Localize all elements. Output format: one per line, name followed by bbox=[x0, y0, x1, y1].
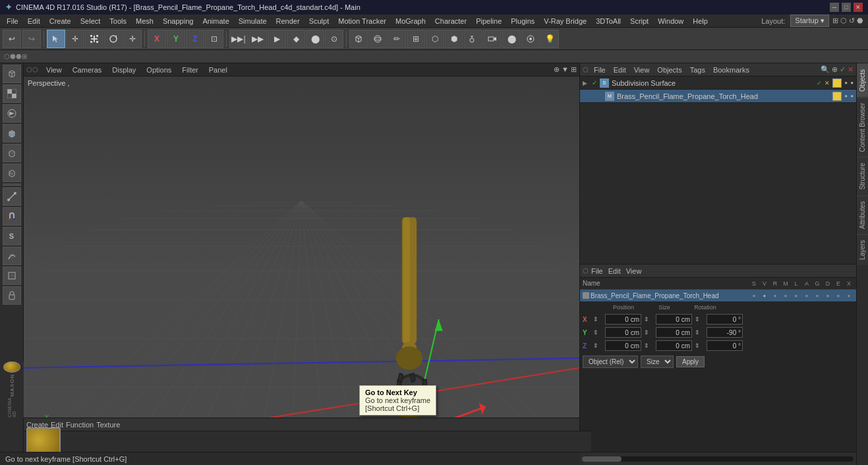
x-axis-button[interactable]: X bbox=[148, 30, 166, 48]
vp-menu-cameras[interactable]: Cameras bbox=[70, 65, 105, 75]
menu-motiontracker[interactable]: Motion Tracker bbox=[334, 16, 390, 26]
coord-x-rot[interactable] bbox=[707, 314, 743, 325]
right-tab-structure[interactable]: Structure bbox=[857, 157, 868, 195]
om-menu-file[interactable]: File bbox=[591, 267, 603, 275]
menu-window[interactable]: Window bbox=[654, 16, 687, 26]
obj-check-icon[interactable]: ✓ bbox=[840, 65, 846, 74]
scale-tool-button[interactable] bbox=[85, 30, 103, 48]
right-tab-layers[interactable]: Layers bbox=[857, 234, 868, 265]
coord-space-dropdown[interactable]: Object (Rel) World bbox=[583, 356, 638, 368]
obj-search-icon[interactable]: 🔍 bbox=[821, 65, 830, 74]
left-obj-button[interactable] bbox=[3, 65, 21, 83]
obj-menu-edit[interactable]: Edit bbox=[611, 65, 629, 75]
obj-color-torch[interactable] bbox=[832, 92, 842, 101]
obj-scrollbar-thumb[interactable] bbox=[582, 456, 622, 462]
anim-play-button[interactable]: ▶▶ bbox=[248, 30, 267, 48]
sphere-button[interactable] bbox=[368, 30, 387, 48]
rotate-tool-button[interactable] bbox=[104, 30, 123, 48]
obj-color-subdiv[interactable] bbox=[832, 78, 842, 88]
obj-panel-scrollbar[interactable] bbox=[579, 452, 856, 465]
layout-dropdown[interactable]: Startup ▾ bbox=[790, 15, 829, 27]
menu-mesh[interactable]: Mesh bbox=[132, 16, 158, 26]
right-tab-objects[interactable]: Objects bbox=[857, 63, 868, 97]
menu-plugins[interactable]: Plugins bbox=[507, 16, 538, 26]
camera-button[interactable] bbox=[483, 30, 502, 48]
left-magnet-button[interactable] bbox=[3, 207, 21, 226]
menu-mograph[interactable]: MoGraph bbox=[391, 16, 430, 26]
left-subdiv-button[interactable] bbox=[3, 144, 21, 162]
vp-menu-view[interactable]: View bbox=[43, 65, 65, 75]
om-x[interactable]: ● bbox=[844, 293, 854, 299]
select-tool-button[interactable] bbox=[47, 30, 65, 48]
om-a[interactable]: ● bbox=[802, 293, 811, 299]
redo-button[interactable]: ↪ bbox=[22, 30, 41, 48]
mat-function[interactable]: Function bbox=[66, 421, 94, 429]
left-s-button[interactable]: S bbox=[3, 227, 21, 245]
coord-z-size[interactable] bbox=[656, 340, 692, 351]
obj-menu-tags[interactable]: Tags bbox=[687, 65, 708, 75]
mat-texture[interactable]: Texture bbox=[96, 421, 120, 429]
om-m[interactable]: ● bbox=[781, 293, 790, 299]
layout-icons[interactable]: ⊞ ⬡ ↺ ⬣ bbox=[830, 16, 865, 25]
om-r[interactable]: ● bbox=[770, 293, 780, 299]
right-tab-attributes[interactable]: Attributes bbox=[857, 195, 868, 234]
menu-vraybridge[interactable]: V-Ray Bridge bbox=[540, 16, 591, 26]
menu-simulate[interactable]: Simulate bbox=[235, 16, 271, 26]
coord-z-rot[interactable] bbox=[707, 340, 743, 351]
menu-sculpt[interactable]: Sculpt bbox=[305, 16, 333, 26]
coord-z-pos[interactable] bbox=[605, 340, 641, 351]
left-sculpt-button[interactable] bbox=[3, 247, 21, 265]
obj-add-icon[interactable]: ⊕ bbox=[832, 65, 838, 74]
coord-y-pos[interactable] bbox=[605, 327, 641, 338]
om-s[interactable]: ● bbox=[749, 293, 759, 299]
left-render-button[interactable] bbox=[3, 104, 21, 123]
obj-row-subdiv[interactable]: ▶ ✓ S Subdivision Surface ✓ ✕ ● ● bbox=[580, 77, 856, 90]
left-nurbs-button[interactable]: N bbox=[3, 164, 21, 182]
obj-x-icon[interactable]: ✕ bbox=[848, 65, 854, 74]
om-d[interactable]: ● bbox=[823, 293, 832, 299]
menu-character[interactable]: Character bbox=[431, 16, 471, 26]
menu-script[interactable]: Script bbox=[626, 16, 652, 26]
right-tab-content[interactable]: Content Browser bbox=[857, 97, 868, 157]
anim-record2-button[interactable]: ⬤ bbox=[306, 30, 324, 48]
undo-button[interactable]: ↩ bbox=[3, 30, 21, 48]
left-uvw-button[interactable] bbox=[3, 266, 21, 285]
left-checkerboard-button[interactable] bbox=[3, 84, 21, 103]
om-row-torch[interactable]: Brass_Pencil_Flame_Propane_Torch_Head ● … bbox=[580, 290, 856, 301]
obj-menu-file[interactable]: File bbox=[591, 65, 608, 75]
vp-fullscreen-icon[interactable]: ⊞ bbox=[571, 65, 577, 74]
coord-x-size[interactable] bbox=[656, 314, 692, 325]
nurbs-button[interactable]: ⊞ bbox=[407, 30, 425, 48]
coord-x-pos[interactable] bbox=[605, 314, 641, 325]
close-button[interactable]: ✕ bbox=[854, 3, 863, 12]
vp-expand-icon[interactable]: ⊕ bbox=[554, 65, 560, 74]
om-g[interactable]: ● bbox=[813, 293, 822, 299]
menu-help[interactable]: Help bbox=[689, 16, 712, 26]
z-axis-button[interactable]: Z bbox=[186, 30, 204, 48]
y-axis-button[interactable]: Y bbox=[167, 30, 185, 48]
menu-pipeline[interactable]: Pipeline bbox=[472, 16, 506, 26]
coord-y-rot[interactable] bbox=[707, 327, 743, 338]
maximize-button[interactable]: □ bbox=[842, 3, 851, 12]
left-cube-button[interactable] bbox=[3, 124, 21, 142]
light-button[interactable]: 💡 bbox=[540, 30, 559, 48]
om-menu-view[interactable]: View bbox=[626, 267, 642, 275]
menu-snapping[interactable]: Snapping bbox=[159, 16, 198, 26]
obj-menu-view[interactable]: View bbox=[631, 65, 652, 75]
obj-scrollbar-track[interactable] bbox=[582, 456, 854, 462]
coord-y-size[interactable] bbox=[656, 327, 692, 338]
anim-key-button[interactable]: ◆ bbox=[287, 30, 305, 48]
menu-animate[interactable]: Animate bbox=[198, 16, 233, 26]
obj-menu-objects[interactable]: Objects bbox=[654, 65, 684, 75]
anim-record-button[interactable]: ▶▶| bbox=[229, 30, 248, 48]
apply-button[interactable]: Apply bbox=[676, 356, 705, 367]
menu-create[interactable]: Create bbox=[45, 16, 75, 26]
menu-tools[interactable]: Tools bbox=[105, 16, 130, 26]
world-axis-button[interactable]: ⊡ bbox=[205, 30, 223, 48]
vp-menu-panel[interactable]: Panel bbox=[206, 65, 230, 75]
menu-select[interactable]: Select bbox=[76, 16, 105, 26]
render-btn2[interactable]: ⬤ bbox=[502, 30, 521, 48]
menu-render[interactable]: Render bbox=[272, 16, 304, 26]
left-lock-button[interactable] bbox=[3, 286, 21, 305]
anim-play2-button[interactable]: ▶ bbox=[268, 30, 286, 48]
